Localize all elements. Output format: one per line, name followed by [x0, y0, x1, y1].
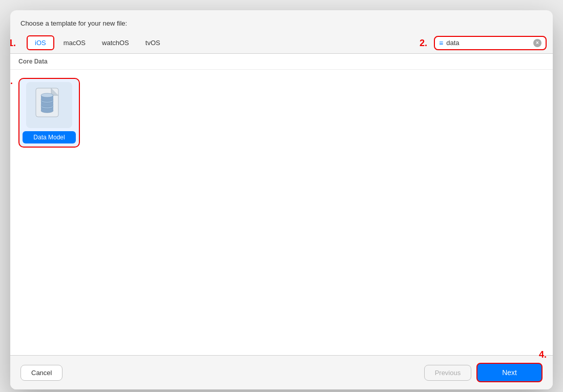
previous-button[interactable]: Previous [424, 365, 472, 381]
dialog-title: Choose a template for your new file: [10, 10, 553, 32]
footer: Cancel 4. Previous Next [10, 356, 553, 389]
tab-watchos[interactable]: watchOS [95, 36, 136, 49]
template-name: Data Model [23, 131, 76, 143]
tab-tvos[interactable]: tvOS [138, 36, 168, 49]
template-dialog: Choose a template for your new file: 1. … [10, 10, 553, 389]
data-model-icon: DATA [34, 87, 65, 123]
right-buttons: 4. Previous Next [424, 363, 543, 382]
search-area: 2. ≡ × [434, 36, 547, 50]
tab-macos[interactable]: macOS [56, 36, 93, 49]
template-item-wrapper: 3. DATA [18, 78, 80, 148]
tab-ios[interactable]: iOS [27, 35, 54, 50]
search-input[interactable] [446, 39, 530, 47]
annotation-2: 2. [420, 37, 427, 48]
tabs-container: iOS macOS watchOS tvOS [27, 35, 168, 50]
filter-icon: ≡ [439, 39, 443, 47]
search-box: ≡ × [434, 36, 547, 50]
template-icon: DATA [26, 82, 72, 128]
tab-bar: 1. iOS macOS watchOS tvOS 2. ≡ × [10, 32, 553, 54]
svg-point-13 [41, 93, 53, 97]
section-label: Core Data [10, 54, 553, 70]
cancel-button[interactable]: Cancel [20, 365, 62, 381]
annotation-3: 3. [10, 76, 13, 87]
annotation-1: 1. [10, 38, 16, 48]
content-area: Core Data 3. [10, 54, 553, 356]
template-item-data-model[interactable]: DATA [18, 78, 80, 148]
next-button[interactable]: Next [476, 363, 543, 382]
annotation-4: 4. [539, 349, 547, 360]
items-grid: 3. DATA [10, 70, 553, 156]
search-clear-button[interactable]: × [533, 39, 541, 47]
